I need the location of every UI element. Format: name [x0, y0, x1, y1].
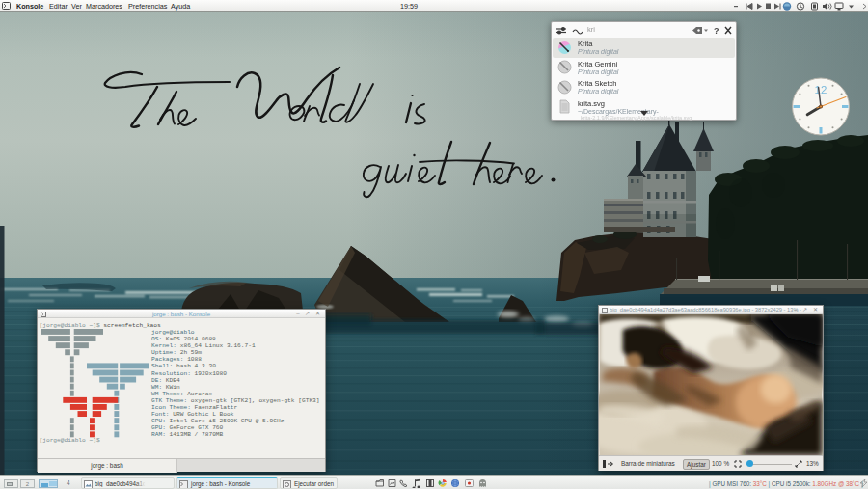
- svg-text:?: ?: [714, 26, 719, 36]
- svg-text:12: 12: [815, 84, 827, 95]
